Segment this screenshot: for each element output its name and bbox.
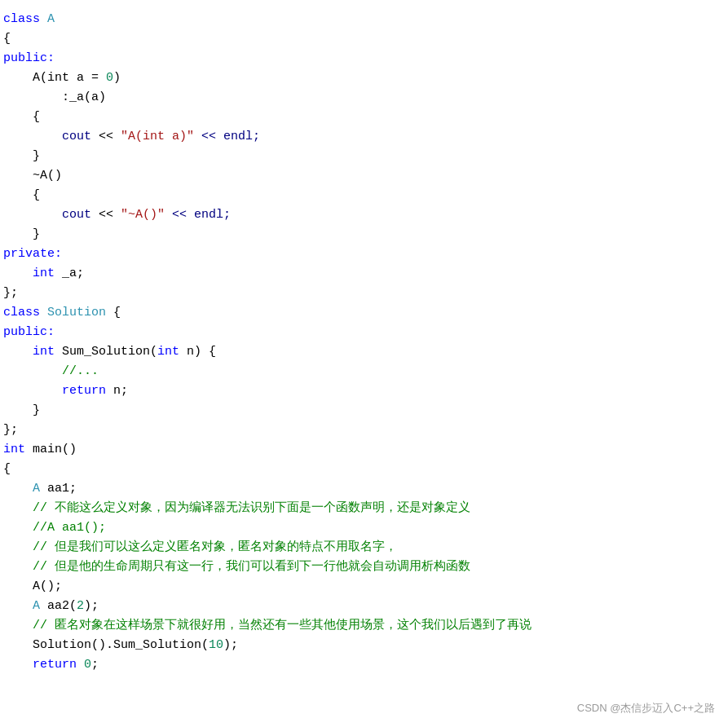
code-line: class A	[3, 10, 725, 29]
code-line: public:	[3, 323, 725, 342]
code-line: //A aa1();	[3, 518, 725, 538]
code-line: //...	[3, 362, 725, 381]
code-line: return 0;	[3, 655, 725, 675]
code-line: A aa2(2);	[3, 597, 725, 616]
code-line: {	[3, 186, 725, 205]
code-line: // 匿名对象在这样场景下就很好用，当然还有一些其他使用场景，这个我们以后遇到了…	[3, 616, 725, 636]
code-line: // 不能这么定义对象，因为编译器无法识别下面是一个函数声明，还是对象定义	[3, 499, 725, 518]
code-line: cout << "A(int a)" << endl;	[3, 127, 725, 147]
code-line: }	[3, 401, 725, 421]
code-line: }	[3, 147, 725, 166]
code-line: ~A()	[3, 166, 725, 186]
code-editor: class A{public: A(int a = 0) :_a(a) { co…	[3, 7, 725, 678]
code-line: return n;	[3, 381, 725, 401]
code-line: };	[3, 421, 725, 440]
code-line: A aa1;	[3, 479, 725, 499]
code-line: cout << "~A()" << endl;	[3, 205, 725, 225]
code-line: int Sum_Solution(int n) {	[3, 342, 725, 362]
code-line: public:	[3, 49, 725, 68]
code-line: int _a;	[3, 264, 725, 284]
code-line: // 但是他的生命周期只有这一行，我们可以看到下一行他就会自动调用析构函数	[3, 557, 725, 577]
code-line: Solution().Sum_Solution(10);	[3, 636, 725, 655]
code-line: A(int a = 0)	[3, 68, 725, 88]
code-line: {	[3, 29, 725, 49]
code-line: :_a(a)	[3, 88, 725, 108]
code-line: // 但是我们可以这么定义匿名对象，匿名对象的特点不用取名字，	[3, 538, 725, 557]
code-line: A();	[3, 577, 725, 597]
code-line: private:	[3, 245, 725, 264]
code-line: int main()	[3, 440, 725, 460]
code-line: };	[3, 284, 725, 303]
code-line: {	[3, 460, 725, 479]
code-line: }	[3, 225, 725, 245]
code-line: class Solution {	[3, 303, 725, 323]
code-line: {	[3, 108, 725, 127]
